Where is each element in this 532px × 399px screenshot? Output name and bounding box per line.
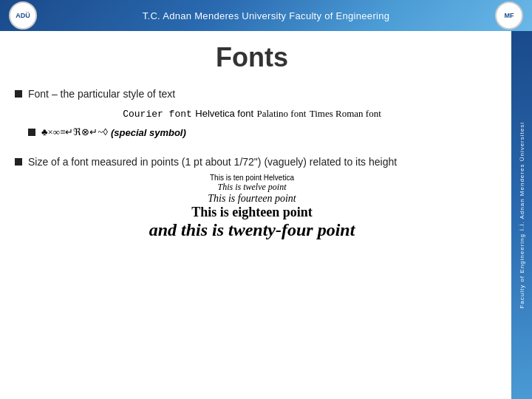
palatino-example: Palatino font	[257, 108, 307, 119]
bullet-icon	[15, 90, 22, 98]
header: ADÜ T.C. Adnan Menderes University Facul…	[0, 0, 532, 31]
side-text-2: Faculty of Engineering	[519, 233, 525, 309]
special-sym-label: (special symbol)	[111, 127, 186, 138]
size-12-example: This is twelve point	[15, 182, 489, 193]
bullet-size-definition: Size of a font measured in points (1 pt …	[15, 156, 489, 168]
bullet-section-font: Font – the particular style of text Cour…	[15, 88, 489, 138]
size-definition-text: Size of a font measured in points (1 pt …	[28, 156, 397, 168]
courier-example: Courier font	[123, 109, 192, 120]
font-examples: Courier font Helvetica font Palatino fon…	[15, 104, 489, 122]
helvetica-example: Helvetica font	[195, 108, 253, 119]
times-example: Times Roman font	[310, 108, 381, 119]
size-24-example: and this is twenty-four point	[15, 220, 489, 240]
size-18-example: This is eighteen point	[15, 205, 489, 220]
size-14-example: This is fourteen point	[15, 193, 489, 205]
bullet-font-definition: Font – the particular style of text	[15, 88, 489, 100]
bullet-section-size: Size of a font measured in points (1 pt …	[15, 156, 489, 240]
font-definition-text: Font – the particular style of text	[28, 88, 175, 100]
size-10-example: This is ten point Helvetica	[15, 174, 489, 182]
side-text-1: İ.İ. Adnan Menderes Üniversitesi	[519, 122, 525, 231]
bullet-size-icon	[15, 158, 22, 166]
size-examples: This is ten point Helvetica This is twel…	[15, 174, 489, 240]
main-content: Fonts Font – the particular style of tex…	[0, 31, 511, 399]
special-sym-chars: ♣×∞≡↵ℜ⊗↵~◊	[41, 126, 108, 138]
special-symbol-row: ♣×∞≡↵ℜ⊗↵~◊ (special symbol)	[28, 126, 489, 138]
logo-left: ADÜ	[9, 1, 37, 30]
special-bullet-icon	[28, 129, 35, 136]
logo-right: MF	[495, 1, 523, 30]
header-title: T.C. Adnan Menderes University Faculty o…	[37, 10, 495, 21]
side-strip: İ.İ. Adnan Menderes Üniversitesi Faculty…	[511, 31, 532, 399]
page-title: Fonts	[15, 42, 489, 73]
